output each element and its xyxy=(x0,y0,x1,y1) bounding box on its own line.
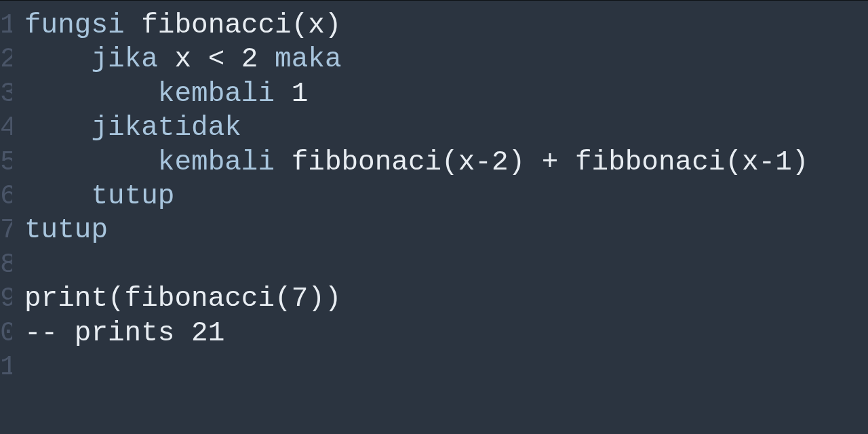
code-line[interactable]: kembali fibbonaci(x-2) + fibbonaci(x-1) xyxy=(24,145,808,179)
whitespace xyxy=(24,43,91,75)
code-line[interactable]: jika x < 2 maka xyxy=(24,42,808,76)
ident-token: x < 2 xyxy=(158,43,275,75)
code-area[interactable]: fungsi fibonacci(x) jika x < 2 maka kemb… xyxy=(12,8,808,434)
code-line[interactable]: print(fibonacci(7)) xyxy=(24,281,808,315)
window-top-border xyxy=(0,0,868,1)
ident-token: fibbonaci(x-2) + fibbonaci(x-1) xyxy=(275,146,808,178)
code-line[interactable]: tutup xyxy=(24,213,808,247)
line-number: 3 xyxy=(0,77,12,111)
line-number: 1 xyxy=(0,8,12,42)
ident-token: print(fibonacci(7)) xyxy=(24,283,341,314)
code-line[interactable] xyxy=(24,248,808,281)
kw-token: jika xyxy=(91,43,157,75)
kw-token: kembali xyxy=(158,146,275,178)
kw-token: tutup xyxy=(24,214,108,245)
line-number: 8 xyxy=(0,248,12,281)
whitespace xyxy=(24,180,91,212)
code-line[interactable] xyxy=(24,350,808,384)
comment-token: -- prints 21 xyxy=(24,317,224,349)
code-editor[interactable]: 12345678901 fungsi fibonacci(x) jika x <… xyxy=(0,0,868,434)
code-line[interactable]: tutup xyxy=(24,179,808,213)
code-line[interactable]: jikatidak xyxy=(24,111,808,144)
code-line[interactable]: -- prints 21 xyxy=(24,316,808,350)
kw-token: kembali xyxy=(158,78,275,109)
whitespace xyxy=(24,112,91,143)
code-line[interactable]: kembali 1 xyxy=(24,77,808,111)
whitespace xyxy=(24,146,158,178)
kw-token: maka xyxy=(275,43,341,75)
line-number: 4 xyxy=(0,111,12,144)
ident-token: 1 xyxy=(275,78,308,109)
kw-token: tutup xyxy=(91,180,174,212)
line-number: 2 xyxy=(0,42,12,76)
line-number-gutter: 12345678901 xyxy=(0,8,12,434)
line-number: 1 xyxy=(0,350,12,384)
code-line[interactable]: fungsi fibonacci(x) xyxy=(24,8,808,42)
kw-token: fungsi xyxy=(24,9,125,41)
kw-token: jikatidak xyxy=(91,112,241,143)
line-number: 5 xyxy=(0,145,12,179)
line-number: 6 xyxy=(0,179,12,213)
line-number: 9 xyxy=(0,281,12,315)
line-number: 0 xyxy=(0,316,12,350)
whitespace xyxy=(24,78,158,109)
ident-token: fibonacci(x) xyxy=(125,9,342,41)
line-number: 7 xyxy=(0,213,12,247)
